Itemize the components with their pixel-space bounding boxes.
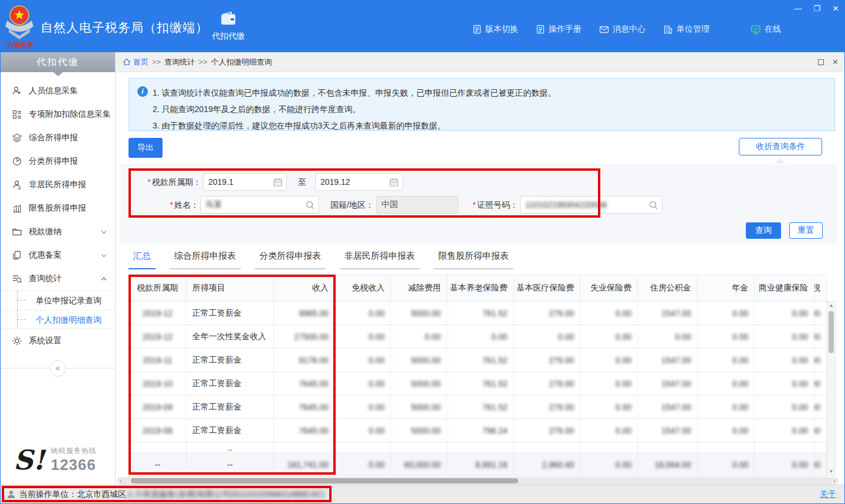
- query-statistics-submenu: 单位申报记录查询 个人扣缴明细查询: [1, 290, 115, 329]
- table-cell: 0.00: [814, 419, 827, 442]
- scroll-down-arrow[interactable]: ▼: [827, 469, 835, 474]
- sidebar-item-label: 优惠备案: [29, 250, 62, 261]
- column-header: 商业健康保险: [755, 275, 814, 301]
- breadcrumb-home[interactable]: 首页: [123, 57, 148, 67]
- sidebar-item-personnel-info[interactable]: 人员信息采集: [1, 79, 115, 103]
- table-cell: 0.00: [755, 453, 814, 476]
- scroll-right-arrow[interactable]: ›: [830, 477, 839, 485]
- sidebar-subitem-personal-withholding-query[interactable]: 个人扣缴明细查询: [1, 310, 115, 329]
- scroll-up-arrow[interactable]: ▲: [827, 303, 835, 308]
- table-row[interactable]: 2019-12正常工资薪金9985.000.005000.00761.52279…: [129, 302, 827, 325]
- tab-classified-income[interactable]: 分类所得申报表: [255, 251, 326, 269]
- sidebar: 代扣代缴 人员信息采集 专项附加扣除信息采集 综合所得申报 分类所得申报 非居民…: [1, 52, 116, 485]
- table-row[interactable]: 2019-12全年一次性奖金收入27500.000.000.000.000.00…: [129, 325, 827, 349]
- horizontal-scroll-thumb[interactable]: [131, 478, 518, 483]
- about-link[interactable]: 关于: [820, 489, 836, 500]
- sidebar-item-system-settings[interactable]: 系统设置: [1, 329, 115, 353]
- name-input[interactable]: 马某: [200, 196, 319, 214]
- column-header: 失业保险费: [580, 275, 638, 301]
- region-label: 国籍/地区：: [327, 196, 374, 214]
- search-icon[interactable]: [305, 200, 315, 210]
- restore-button[interactable]: ❐: [812, 3, 822, 13]
- table-cell: 0.00: [814, 325, 827, 348]
- notice-box: i 1. 该查询统计表仅能查询已申报成功的数据，不包含未申报、申报失败，已申报但…: [129, 78, 835, 131]
- horizontal-scrollbar[interactable]: ‹ ›: [117, 477, 839, 485]
- sidebar-item-preferential-filing[interactable]: 优惠备案: [1, 243, 115, 267]
- table-row[interactable]: 2019-08正常工资薪金7645.000.005000.00798.24279…: [129, 419, 827, 442]
- home-icon: [123, 58, 131, 66]
- table-cell: 5000.00: [391, 395, 447, 418]
- online-status[interactable]: 在线: [751, 24, 781, 35]
- hotline-mascot: S!: [13, 447, 45, 473]
- breadcrumb-level1[interactable]: 查询统计: [164, 57, 195, 67]
- building-icon: [663, 25, 673, 34]
- reset-button[interactable]: 重置: [789, 222, 823, 239]
- menu-item-unit-management[interactable]: 单位管理: [663, 24, 709, 35]
- sidebar-collapse-button[interactable]: «: [50, 360, 66, 377]
- tab-restricted-stock[interactable]: 限售股所得申报表: [434, 251, 513, 269]
- tab-withholding-module[interactable]: 代扣代缴: [205, 10, 252, 49]
- query-button[interactable]: 查询: [746, 222, 781, 239]
- sidebar-item-classified-income[interactable]: 分类所得申报: [1, 150, 115, 173]
- menu-item-manual[interactable]: 操作手册: [536, 24, 582, 35]
- notice-line: 3. 由于数据处理的滞后性，建议您在申报成功3天之后再来查询最新的申报数据。: [153, 117, 826, 134]
- table-cell: 279.00: [514, 419, 581, 442]
- table-cell: 7645.00: [274, 395, 335, 418]
- chevron-down-icon: [101, 253, 107, 258]
- tab-comprehensive-income[interactable]: 综合所得申报表: [170, 251, 241, 269]
- table-cell: [698, 442, 755, 452]
- close-button[interactable]: ✕: [830, 3, 841, 13]
- content-area: i 1. 该查询统计表仅能查询已申报成功的数据，不包含未申报、申报失败，已申报但…: [116, 72, 845, 485]
- sidebar-item-special-deduction[interactable]: 专项附加扣除信息采集: [1, 103, 115, 126]
- table-cell: 0.00: [580, 372, 638, 395]
- collapse-query-button[interactable]: 收折查询条件: [739, 138, 822, 155]
- summary-table: 税款所属期所得项目收入免税收入减除费用基本养老保险费基本医疗保险费失业保险费住房…: [129, 275, 827, 476]
- minimize-button[interactable]: —: [793, 3, 803, 13]
- table-cell: 2019-11: [129, 349, 187, 371]
- table-cell: 9985.00: [274, 302, 335, 324]
- table-cell: 正常工资薪金: [187, 395, 274, 418]
- table-cell: 0.00: [814, 453, 827, 476]
- table-cell: 0.00: [335, 453, 391, 476]
- table-row[interactable]: 2019-10正常工资薪金7645.000.005000.00761.52279…: [129, 372, 827, 395]
- period-to-input[interactable]: 2019.12: [315, 173, 403, 191]
- table-cell: 5000.00: [391, 302, 447, 324]
- tab-summary[interactable]: 汇总: [129, 251, 156, 269]
- table-row[interactable]: 2019-09正常工资薪金7645.000.005000.00761.52279…: [129, 395, 827, 419]
- period-from-input[interactable]: 2019.1: [203, 173, 287, 191]
- menu-item-message-center[interactable]: 消息中心: [599, 24, 645, 35]
- menu-item-version-switch[interactable]: 版本切换: [472, 24, 518, 35]
- search-icon[interactable]: [648, 200, 658, 210]
- sidebar-item-tax-payment[interactable]: 税款缴纳: [1, 220, 115, 243]
- chevron-down-icon: [101, 230, 107, 234]
- vertical-scrollbar[interactable]: ▲ ▼: [827, 301, 836, 476]
- breadcrumb-level2: 个人扣缴明细查询: [211, 57, 272, 67]
- table-row-partial[interactable]: ..: [129, 442, 827, 453]
- table-total-row[interactable]: ----161,741.000.0060,000.008,991.162,960…: [129, 453, 827, 476]
- sidebar-item-comprehensive-income[interactable]: 综合所得申报: [1, 126, 115, 150]
- sidebar-item-query-statistics[interactable]: 查询统计: [1, 267, 115, 290]
- sidebar-item-nonresident-income[interactable]: 非居民所得申报: [1, 173, 115, 197]
- id-number-input[interactable]: 110102199304220048: [520, 196, 663, 214]
- id-number-value: 110102199304220048: [525, 200, 607, 209]
- table-cell: 1547.00: [638, 395, 698, 418]
- table-cell: 8,991.16: [447, 453, 514, 476]
- table-row[interactable]: 2019-11正常工资薪金9178.000.005000.00761.52279…: [129, 349, 827, 372]
- table-header-row: 税款所属期所得项目收入免税收入减除费用基本养老保险费基本医疗保险费失业保险费住房…: [129, 275, 827, 302]
- maximize-panel-icon[interactable]: [818, 59, 824, 65]
- sidebar-header: 代扣代缴: [1, 52, 115, 72]
- table-cell: 0.00: [335, 325, 391, 348]
- export-button[interactable]: 导出: [129, 138, 163, 158]
- table-cell: 0.00: [580, 419, 638, 442]
- table-cell: 0.00: [580, 395, 638, 418]
- tab-nonresident-income[interactable]: 非居民所得申报表: [340, 251, 420, 269]
- vertical-scroll-thumb[interactable]: [829, 311, 834, 353]
- panel-caret: [775, 158, 786, 163]
- scroll-left-arrow[interactable]: ‹: [117, 477, 125, 485]
- table-cell: 60,000.00: [391, 453, 447, 476]
- sidebar-item-restricted-stock[interactable]: 限售股所得申报: [1, 197, 115, 220]
- table-cell: 0.00: [814, 302, 827, 324]
- close-panel-icon[interactable]: ✕: [832, 57, 839, 66]
- chevron-up-icon: [101, 277, 107, 281]
- sidebar-subitem-unit-declaration-query[interactable]: 单位申报记录查询: [1, 291, 115, 310]
